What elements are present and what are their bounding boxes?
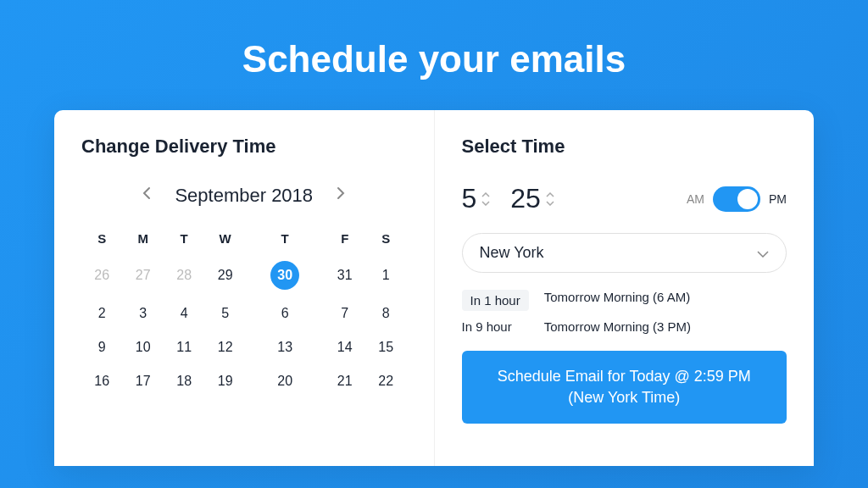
- calendar-day[interactable]: 18: [164, 364, 204, 398]
- time-selector-row: 5 25 AM PM: [462, 183, 787, 214]
- calendar-day[interactable]: 2: [81, 297, 122, 330]
- am-label: AM: [687, 192, 704, 206]
- minute-stepper[interactable]: 25: [510, 183, 554, 214]
- weekday-header: W: [204, 223, 245, 254]
- time-panel: Select Time 5 25 AM: [435, 110, 815, 466]
- quick-option-absolute[interactable]: Tomorrow Morning (3 PM): [544, 319, 787, 334]
- chevron-down-icon: [546, 201, 554, 206]
- pm-label: PM: [769, 192, 787, 206]
- calendar-day[interactable]: 4: [164, 297, 204, 330]
- calendar-day[interactable]: 29: [204, 254, 245, 297]
- calendar-panel: Change Delivery Time September 2018 SMTW…: [54, 110, 435, 466]
- calendar-day[interactable]: 1: [365, 254, 407, 297]
- ampm-toggle-group: AM PM: [687, 186, 787, 212]
- month-navigation: September 2018: [81, 183, 407, 208]
- chevron-up-icon: [546, 192, 554, 197]
- quick-options: In 1 hourTomorrow Morning (6 AM)In 9 hou…: [462, 290, 787, 334]
- calendar-day[interactable]: 12: [204, 330, 245, 364]
- calendar-day[interactable]: 6: [246, 297, 325, 330]
- select-time-title: Select Time: [462, 136, 787, 158]
- month-label: September 2018: [175, 185, 313, 207]
- schedule-button[interactable]: Schedule Email for Today @ 2:59 PM (New …: [462, 351, 787, 424]
- weekday-header: F: [324, 223, 364, 254]
- weekday-header: M: [122, 223, 163, 254]
- weekday-header: S: [81, 223, 122, 254]
- chevron-down-icon: [757, 246, 769, 261]
- toggle-knob: [737, 189, 758, 209]
- weekday-header: S: [365, 223, 407, 254]
- next-month-button[interactable]: [330, 183, 352, 208]
- minute-value: 25: [510, 183, 541, 214]
- prev-month-button[interactable]: [136, 183, 158, 208]
- calendar-grid: SMTWTFS 26272829303112345678910111213141…: [81, 223, 407, 398]
- calendar-day[interactable]: 11: [164, 330, 204, 364]
- timezone-label: New York: [480, 244, 544, 262]
- calendar-day[interactable]: 22: [365, 364, 407, 398]
- calendar-day[interactable]: 13: [246, 330, 325, 364]
- calendar-day[interactable]: 9: [81, 330, 122, 364]
- quick-option-absolute[interactable]: Tomorrow Morning (6 AM): [544, 290, 787, 311]
- calendar-day[interactable]: 26: [81, 254, 122, 297]
- hour-spinner[interactable]: [481, 192, 490, 206]
- quick-option-relative[interactable]: In 1 hour: [462, 290, 529, 311]
- chevron-right-icon: [337, 186, 345, 200]
- calendar-day[interactable]: 28: [164, 254, 204, 297]
- hour-stepper[interactable]: 5: [462, 183, 491, 214]
- weekday-header: T: [246, 223, 325, 254]
- calendar-day[interactable]: 14: [324, 330, 364, 364]
- calendar-day[interactable]: 7: [324, 297, 364, 330]
- schedule-card: Change Delivery Time September 2018 SMTW…: [54, 110, 814, 466]
- calendar-day[interactable]: 21: [324, 364, 364, 398]
- calendar-day[interactable]: 17: [122, 364, 163, 398]
- chevron-up-icon: [481, 192, 490, 197]
- calendar-day[interactable]: 15: [365, 330, 407, 364]
- calendar-day[interactable]: 20: [246, 364, 325, 398]
- ampm-toggle[interactable]: [713, 186, 760, 212]
- hour-value: 5: [462, 183, 477, 214]
- weekday-header: T: [164, 223, 204, 254]
- calendar-day[interactable]: 27: [122, 254, 163, 297]
- calendar-day[interactable]: 16: [81, 364, 122, 398]
- calendar-day[interactable]: 10: [122, 330, 163, 364]
- timezone-select[interactable]: New York: [462, 233, 787, 273]
- calendar-day[interactable]: 31: [324, 254, 364, 297]
- chevron-left-icon: [142, 186, 151, 200]
- calendar-day[interactable]: 30: [246, 254, 325, 297]
- hero-title: Schedule your emails: [0, 0, 868, 110]
- minute-spinner[interactable]: [546, 192, 554, 206]
- change-delivery-title: Change Delivery Time: [81, 136, 407, 158]
- quick-option-relative[interactable]: In 9 hour: [462, 319, 529, 334]
- calendar-day[interactable]: 5: [204, 297, 245, 330]
- chevron-down-icon: [481, 201, 490, 206]
- calendar-day[interactable]: 3: [122, 297, 163, 330]
- calendar-day[interactable]: 8: [365, 297, 407, 330]
- calendar-day[interactable]: 19: [204, 364, 245, 398]
